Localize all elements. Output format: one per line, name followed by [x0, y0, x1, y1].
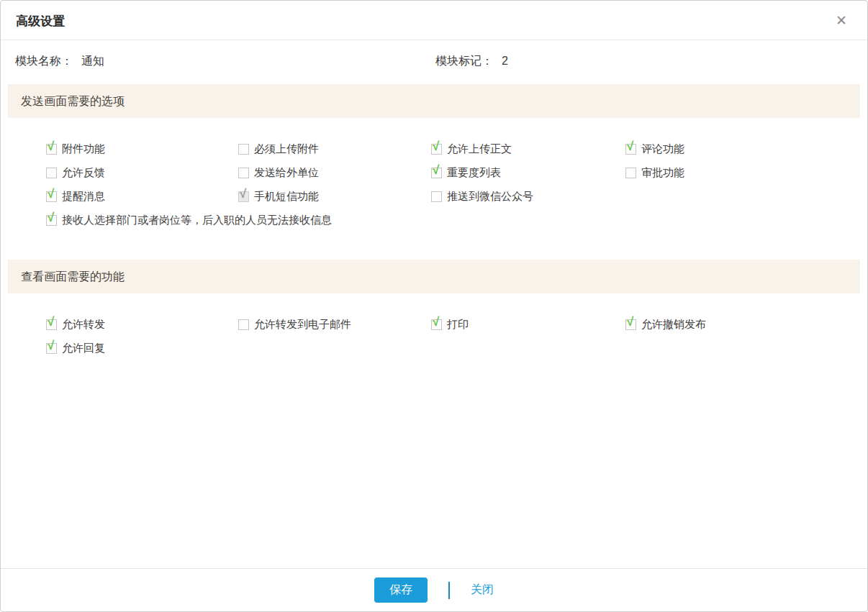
checkbox[interactable]: √ — [431, 191, 442, 202]
checkbox-grid: √ 允许转发 √ 允许转发到电子邮件 √ 打印 √ 允许撤销发布 √ 允许回复 — [1, 293, 867, 373]
checkbox-label: 允许撤销发布 — [641, 318, 706, 332]
checkbox[interactable]: √ — [431, 319, 442, 330]
module-info-row: 模块名称： 通知 模块标记： 2 — [1, 52, 867, 70]
check-icon: √ — [48, 211, 54, 224]
checkbox[interactable]: √ — [46, 144, 57, 155]
checkbox[interactable]: √ — [625, 319, 636, 330]
checkbox-label: 允许转发 — [62, 318, 105, 332]
checkbox-grid: √ 附件功能 √ 必须上传附件 √ 允许上传正文 √ 评论功能 √ 允许反馈 √… — [1, 118, 867, 245]
check-icon: √ — [627, 316, 633, 328]
save-button[interactable]: 保存 — [374, 577, 428, 603]
check-icon: √ — [433, 164, 439, 176]
check-icon: √ — [240, 188, 246, 200]
checkbox[interactable]: √ — [238, 168, 249, 178]
checkbox[interactable]: √ — [238, 144, 249, 155]
footer-separator — [448, 582, 450, 599]
checkbox-label: 必须上传附件 — [254, 142, 319, 156]
checkbox-item[interactable]: √ 允许反馈 — [46, 165, 238, 180]
checkbox-label: 允许上传正文 — [447, 142, 512, 156]
checkbox-label: 附件功能 — [62, 142, 105, 156]
checkbox[interactable]: √ — [46, 191, 57, 202]
checkbox-item[interactable]: √ 附件功能 — [46, 142, 238, 156]
advanced-settings-dialog: 高级设置 ✕ 模块名称： 通知 模块标记： 2 发送画面需要的选项 √ 附件功能… — [0, 0, 868, 612]
checkbox-item[interactable]: √ 审批功能 — [625, 165, 853, 180]
module-tag-field: 模块标记： 2 — [435, 54, 856, 69]
section-send-options: 发送画面需要的选项 √ 附件功能 √ 必须上传附件 √ 允许上传正文 √ 评论功… — [1, 84, 867, 245]
checkbox-item[interactable]: √ 允许回复 — [46, 341, 238, 355]
checkbox-item[interactable]: √ 允许转发 — [46, 317, 238, 332]
checkbox-item[interactable]: √ 打印 — [431, 317, 625, 332]
checkbox-label: 允许转发到电子邮件 — [254, 318, 351, 332]
checkbox-item[interactable]: √ 允许撤销发布 — [625, 317, 853, 332]
dialog-title: 高级设置 — [16, 13, 65, 29]
checkbox-label: 发送给外单位 — [254, 166, 319, 180]
checkbox[interactable]: √ — [46, 319, 57, 330]
check-icon: √ — [48, 339, 54, 352]
check-icon: √ — [627, 140, 633, 152]
checkbox[interactable]: √ — [46, 215, 57, 226]
module-tag-label: 模块标记： — [435, 54, 493, 69]
checkbox-label: 打印 — [447, 318, 469, 332]
checkbox[interactable]: √ — [46, 168, 57, 178]
check-icon: √ — [433, 316, 439, 328]
checkbox-label: 评论功能 — [641, 142, 684, 156]
checkbox-label: 允许反馈 — [62, 166, 105, 180]
checkbox-item[interactable]: √ 接收人选择部门或者岗位等，后入职的人员无法接收信息 — [46, 213, 853, 227]
dialog-footer: 保存 关闭 — [1, 568, 867, 611]
section-view-functions: 查看画面需要的功能 √ 允许转发 √ 允许转发到电子邮件 √ 打印 √ 允许撤销… — [1, 260, 867, 373]
check-icon: √ — [48, 316, 54, 328]
close-icon[interactable]: ✕ — [833, 11, 850, 30]
checkbox[interactable]: √ — [431, 168, 442, 178]
checkbox-label: 允许回复 — [62, 342, 105, 355]
module-name-value: 通知 — [81, 54, 104, 69]
check-icon: √ — [48, 140, 54, 152]
checkbox-label: 推送到微信公众号 — [447, 190, 533, 204]
checkbox[interactable]: √ — [46, 343, 57, 354]
close-button[interactable]: 关闭 — [471, 583, 494, 598]
module-name-label: 模块名称： — [15, 54, 73, 69]
module-tag-value: 2 — [502, 55, 508, 68]
checkbox[interactable]: √ — [431, 144, 442, 155]
checkbox-label: 提醒消息 — [62, 190, 105, 204]
checkbox-item[interactable]: √ 发送给外单位 — [238, 165, 431, 180]
section-header: 查看画面需要的功能 — [8, 260, 860, 293]
checkbox[interactable]: √ — [238, 319, 249, 330]
dialog-header: 高级设置 ✕ — [1, 1, 867, 40]
checkbox-label: 审批功能 — [641, 166, 684, 180]
checkbox-item[interactable]: √ 手机短信功能 — [238, 189, 431, 204]
check-icon: √ — [433, 140, 439, 152]
checkbox-label: 接收人选择部门或者岗位等，后入职的人员无法接收信息 — [62, 214, 332, 227]
checkbox-label: 手机短信功能 — [254, 190, 319, 204]
checkbox-item[interactable]: √ 必须上传附件 — [238, 142, 431, 156]
check-icon: √ — [48, 188, 54, 200]
checkbox[interactable]: √ — [625, 168, 636, 178]
section-header: 发送画面需要的选项 — [8, 84, 860, 118]
checkbox-item[interactable]: √ 评论功能 — [625, 142, 853, 156]
checkbox-item[interactable]: √ 重要度列表 — [431, 165, 625, 180]
checkbox-label: 重要度列表 — [447, 166, 501, 180]
checkbox-item[interactable]: √ 提醒消息 — [46, 189, 238, 204]
checkbox-item[interactable]: √ 允许转发到电子邮件 — [238, 317, 431, 332]
checkbox[interactable]: √ — [238, 191, 249, 202]
checkbox-item[interactable]: √ 允许上传正文 — [431, 142, 625, 156]
checkbox[interactable]: √ — [625, 144, 636, 155]
module-name-field: 模块名称： 通知 — [15, 54, 435, 69]
checkbox-item[interactable]: √ 推送到微信公众号 — [431, 189, 625, 204]
